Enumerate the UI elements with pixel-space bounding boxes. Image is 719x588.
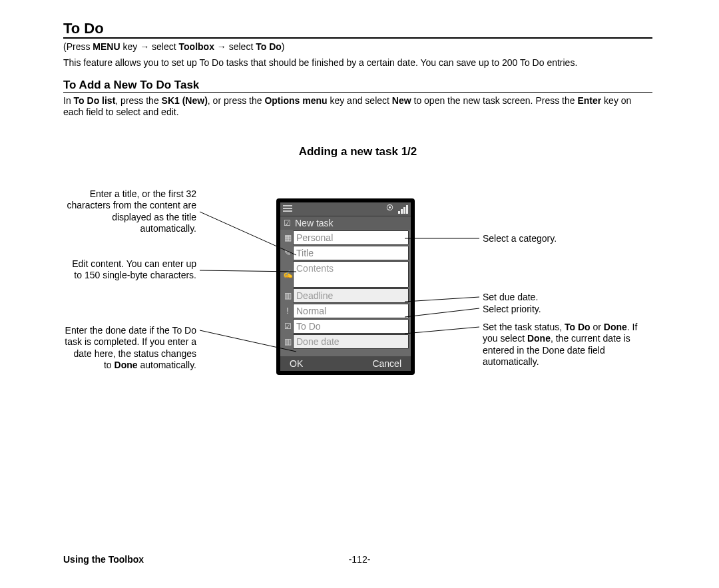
phone-mockup: ⦿ ☑ New task ▦ Personal ✎ Title ✍ Co bbox=[276, 198, 415, 375]
annotation-deadline: Set due date. bbox=[483, 292, 642, 304]
title-field[interactable]: Title bbox=[293, 246, 409, 260]
body-bold: New bbox=[392, 95, 411, 106]
note-icon: ✍ bbox=[282, 267, 293, 282]
subsection-title: To Add a New To Do Task bbox=[63, 79, 652, 93]
check-icon: ☑ bbox=[282, 218, 292, 228]
annotation-category: Select a category. bbox=[483, 233, 642, 245]
svg-line-6 bbox=[405, 327, 479, 334]
contents-field[interactable]: Contents bbox=[293, 261, 409, 288]
pencil-icon: ✎ bbox=[282, 246, 293, 260]
nav-todo: To Do bbox=[256, 41, 282, 52]
field-row-category[interactable]: ▦ Personal bbox=[282, 230, 409, 245]
annotation-text: or bbox=[591, 322, 604, 332]
category-field[interactable]: Personal bbox=[293, 230, 409, 245]
arrow-right-icon: → bbox=[140, 41, 149, 52]
svg-line-5 bbox=[405, 308, 479, 317]
footer-page-number: -112- bbox=[63, 554, 656, 565]
phone-status-bar: ⦿ bbox=[280, 202, 411, 216]
annotation-title: Enter a title, or the first 32 character… bbox=[63, 188, 196, 235]
field-row-done-date[interactable]: ▥ Done date bbox=[282, 334, 409, 349]
body-text: , press the bbox=[115, 95, 161, 106]
nav-path: (Press MENU key → select Toolbox → selec… bbox=[63, 41, 672, 52]
annotation-bold: Done bbox=[115, 360, 138, 370]
status-icon: ☑ bbox=[282, 319, 293, 334]
annotation-text: automatically. bbox=[138, 360, 196, 370]
field-row-deadline[interactable]: ▥ Deadline bbox=[282, 288, 409, 303]
nav-text: ) bbox=[282, 41, 285, 52]
body-bold: To Do list bbox=[74, 95, 116, 106]
nav-text: select bbox=[226, 41, 256, 52]
status-field[interactable]: To Do bbox=[293, 319, 409, 334]
annotation-priority: Select priority. bbox=[483, 304, 642, 316]
softkey-cancel[interactable]: Cancel bbox=[372, 356, 401, 371]
done-date-field[interactable]: Done date bbox=[293, 334, 409, 349]
field-row-contents[interactable]: ✍ Contents bbox=[282, 261, 409, 288]
body-text: , or press the bbox=[208, 95, 265, 106]
nav-text: key bbox=[120, 41, 140, 52]
antenna-icon: ⦿ bbox=[386, 204, 393, 212]
intro-paragraph: This feature allows you to set up To Do … bbox=[63, 57, 652, 69]
annotation-bold: Done bbox=[527, 333, 551, 344]
signal-icon bbox=[398, 205, 408, 214]
nav-toolbox: Toolbox bbox=[179, 41, 214, 52]
page-footer: Using the Toolbox -112- bbox=[63, 554, 656, 565]
menu-icon bbox=[283, 205, 292, 212]
priority-icon: ! bbox=[282, 304, 293, 318]
deadline-field[interactable]: Deadline bbox=[293, 288, 409, 303]
section-title: To Do bbox=[63, 20, 652, 39]
diagram-title: Adding a new task 1/2 bbox=[63, 145, 652, 158]
calendar-icon: ▥ bbox=[282, 288, 293, 303]
body-text: In bbox=[63, 95, 74, 106]
body-text: to open the new task screen. Press the bbox=[411, 95, 578, 106]
softkey-ok[interactable]: OK bbox=[290, 356, 303, 371]
annotation-bold: To Do bbox=[565, 322, 591, 332]
svg-line-4 bbox=[405, 297, 479, 302]
body-bold: Options menu bbox=[264, 95, 327, 106]
body-text: key and select bbox=[328, 95, 392, 106]
arrow-right-icon: → bbox=[217, 41, 226, 52]
field-row-title[interactable]: ✎ Title bbox=[282, 246, 409, 260]
diagram-area: ⦿ ☑ New task ▦ Personal ✎ Title ✍ Co bbox=[63, 172, 652, 451]
softkey-bar: OK Cancel bbox=[280, 356, 411, 371]
nav-text: select bbox=[149, 41, 178, 52]
body-bold: Enter bbox=[577, 95, 601, 106]
phone-screen: ⦿ ☑ New task ▦ Personal ✎ Title ✍ Co bbox=[280, 202, 411, 371]
screen-title-bar: ☑ New task bbox=[280, 216, 411, 230]
field-row-priority[interactable]: ! Normal bbox=[282, 304, 409, 318]
annotation-status: Set the task status, To Do or Done. If y… bbox=[483, 322, 649, 368]
field-row-status[interactable]: ☑ To Do bbox=[282, 319, 409, 334]
priority-field[interactable]: Normal bbox=[293, 304, 409, 318]
date-icon: ▥ bbox=[282, 334, 293, 349]
screen-title-text: New task bbox=[295, 218, 334, 228]
annotation-text: Set the task status, bbox=[483, 322, 565, 332]
nav-text: (Press bbox=[63, 41, 93, 52]
subsection-body: In To Do list, press the SK1 (New), or p… bbox=[63, 95, 652, 119]
annotation-bold: Done bbox=[604, 322, 627, 332]
category-icon: ▦ bbox=[282, 230, 293, 245]
body-bold: SK1 (New) bbox=[162, 95, 208, 106]
annotation-contents: Edit content. You can enter up to 150 si… bbox=[63, 258, 196, 282]
nav-menu-key: MENU bbox=[93, 41, 120, 52]
annotation-done-date: Enter the done date if the To Do task is… bbox=[63, 325, 196, 372]
